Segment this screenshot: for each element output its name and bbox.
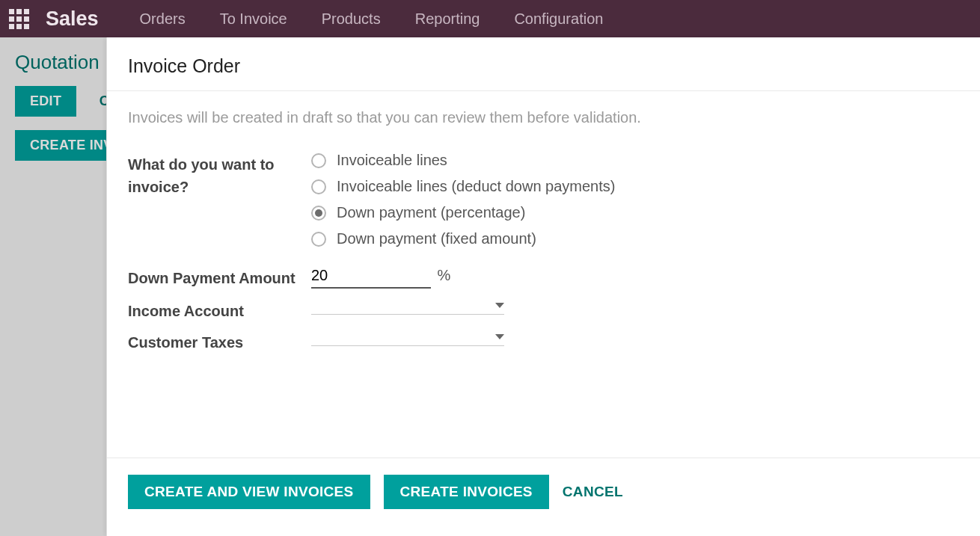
modal-info-text: Invoices will be created in draft so tha… (128, 109, 959, 126)
modal-header: Invoice Order (107, 37, 980, 90)
create-and-view-invoices-button[interactable]: CREATE AND VIEW INVOICES (128, 475, 370, 509)
income-account-dropdown[interactable] (311, 298, 504, 315)
down-payment-amount-label: Down Payment Amount (128, 265, 311, 289)
radio-icon (311, 179, 326, 194)
chevron-down-icon (495, 334, 504, 339)
customer-taxes-field (311, 330, 959, 346)
invoice-choice-label: What do you want to invoice? (128, 152, 311, 198)
customer-taxes-label: Customer Taxes (128, 330, 311, 354)
apps-icon[interactable] (9, 9, 29, 29)
chevron-down-icon (495, 303, 504, 308)
income-account-row: Income Account (128, 298, 959, 322)
modal-overlay: Invoice Order Invoices will be created i… (0, 37, 980, 536)
radio-label: Invoiceable lines (deduct down payments) (337, 178, 615, 195)
app-brand[interactable]: Sales (46, 7, 99, 31)
nav-configuration[interactable]: Configuration (514, 10, 603, 28)
radio-invoiceable-lines-deduct[interactable]: Invoiceable lines (deduct down payments) (311, 178, 959, 195)
nav-reporting[interactable]: Reporting (415, 10, 480, 28)
invoice-choice-row: What do you want to invoice? Invoiceable… (128, 152, 959, 256)
percent-suffix: % (437, 267, 450, 283)
radio-down-payment-percentage[interactable]: Down payment (percentage) (311, 204, 959, 221)
radio-icon (311, 232, 326, 247)
down-payment-amount-row: Down Payment Amount % (128, 265, 959, 289)
cancel-button[interactable]: CANCEL (563, 475, 623, 509)
radio-label: Down payment (percentage) (337, 204, 525, 221)
modal-title: Invoice Order (128, 55, 959, 77)
radio-label: Invoiceable lines (337, 152, 447, 169)
radio-label: Down payment (fixed amount) (337, 230, 536, 247)
invoice-order-modal: Invoice Order Invoices will be created i… (106, 37, 980, 536)
income-account-field (311, 298, 959, 315)
create-invoices-button[interactable]: CREATE INVOICES (384, 475, 549, 509)
customer-taxes-row: Customer Taxes (128, 330, 959, 354)
customer-taxes-dropdown[interactable] (311, 330, 504, 346)
radio-icon (311, 206, 326, 221)
invoice-choice-field: Invoiceable lines Invoiceable lines (ded… (311, 152, 959, 256)
down-payment-amount-input[interactable] (311, 265, 431, 289)
nav-orders[interactable]: Orders (140, 10, 186, 28)
income-account-label: Income Account (128, 298, 311, 322)
modal-footer: CREATE AND VIEW INVOICES CREATE INVOICES… (107, 458, 980, 536)
modal-body: Invoices will be created in draft so tha… (107, 91, 980, 458)
radio-down-payment-fixed[interactable]: Down payment (fixed amount) (311, 230, 959, 247)
nav-to-invoice[interactable]: To Invoice (220, 10, 287, 28)
top-navbar: Sales Orders To Invoice Products Reporti… (0, 0, 980, 37)
down-payment-amount-field: % (311, 265, 959, 289)
nav-products[interactable]: Products (322, 10, 381, 28)
radio-invoiceable-lines[interactable]: Invoiceable lines (311, 152, 959, 169)
radio-icon (311, 153, 326, 168)
